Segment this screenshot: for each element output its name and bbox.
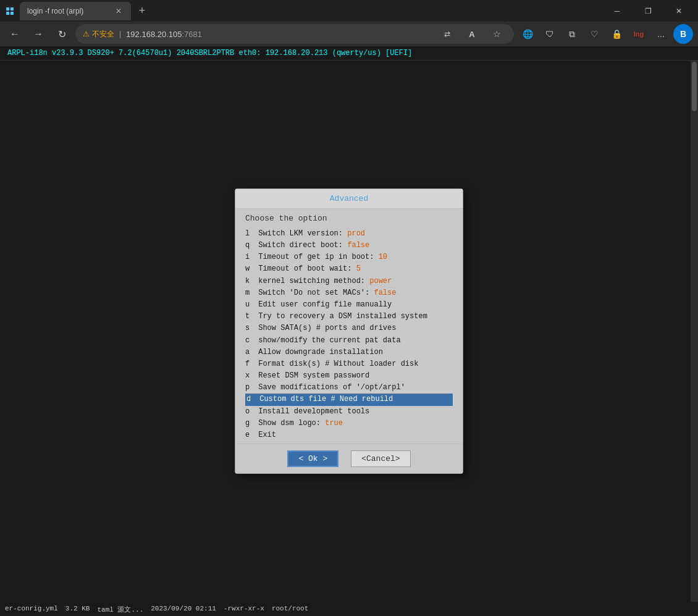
- ok-button[interactable]: < Ok >: [287, 450, 338, 467]
- maximize-button[interactable]: ❐: [634, 0, 662, 22]
- list-item[interactable]: w Timeout of boot wait: 5: [245, 263, 453, 275]
- item-key: i: [245, 251, 254, 263]
- list-item[interactable]: x Reset DSM system password: [245, 370, 453, 382]
- terminal-content: Advanced Choose the option l Switch LKM …: [0, 61, 691, 602]
- list-item[interactable]: t Try to recovery a DSM installed system: [245, 311, 453, 323]
- back-button[interactable]: ←: [5, 24, 25, 44]
- edge-browser-icon[interactable]: 🌐: [518, 24, 537, 44]
- item-key: l: [245, 228, 254, 240]
- list-item[interactable]: a Allow downgrade installation: [245, 347, 453, 358]
- item-text: Edit user config file manually: [254, 299, 453, 311]
- translate-icon[interactable]: ⇄: [437, 24, 457, 44]
- cancel-button[interactable]: <Cancel>: [351, 450, 410, 467]
- refresh-button[interactable]: ↻: [52, 24, 72, 44]
- extension-label[interactable]: Ing: [629, 24, 649, 44]
- title-bar: login -f root (arpl) ✕ + ─ ❐ ✕: [0, 0, 698, 22]
- bottom-status-bar: er-conrig.yml 3.2 KB taml 源文... 2023/09/…: [0, 602, 698, 616]
- item-text: show/modify the current pat data: [254, 335, 453, 347]
- favorites2-icon[interactable]: ♡: [584, 24, 604, 44]
- item-key: a: [245, 347, 254, 358]
- filename: er-conrig.yml: [5, 605, 58, 614]
- url-port: :7681: [182, 30, 203, 39]
- dialog-subtitle: Choose the option: [235, 209, 463, 226]
- tab-area: login -f root (arpl) ✕ +: [20, 2, 598, 20]
- split-screen-icon[interactable]: ⧉: [562, 24, 582, 44]
- list-item[interactable]: u Edit user config file manually: [245, 299, 453, 311]
- owner: root/root: [272, 605, 308, 614]
- shield-icon[interactable]: 🛡: [540, 24, 560, 44]
- list-item[interactable]: p Save modifications of '/opt/arpl': [245, 382, 453, 394]
- bing-logo[interactable]: B: [673, 24, 693, 44]
- list-item[interactable]: s Show SATA(s) # ports and drives: [245, 323, 453, 334]
- item-text: Try to recovery a DSM installed system: [254, 311, 453, 323]
- favorites-icon[interactable]: ☆: [487, 24, 507, 44]
- list-item[interactable]: m Switch 'Do not set MACs': false: [245, 287, 453, 299]
- list-item[interactable]: f Format disk(s) # Without loader disk: [245, 358, 453, 370]
- list-item[interactable]: o Install development tools: [245, 406, 453, 418]
- item-key: f: [245, 358, 254, 370]
- item-text: Timeout of get ip in boot: 10: [254, 251, 453, 263]
- nav-bar: ← → ↻ ⚠ 不安全 | 192.168.20.105:7681 ⇄ A ☆ …: [0, 22, 698, 46]
- url-separator: |: [119, 30, 121, 38]
- list-item[interactable]: c show/modify the current pat data: [245, 335, 453, 347]
- item-text: Allow downgrade installation: [254, 347, 453, 358]
- item-key: u: [245, 299, 254, 311]
- item-text: Reset DSM system password: [254, 370, 453, 382]
- window-controls: ─ ❐ ✕: [603, 0, 693, 22]
- window-icon: [5, 6, 15, 16]
- item-text: Show dsm logo: true: [254, 418, 453, 429]
- dialog-buttons: < Ok > <Cancel>: [235, 444, 463, 473]
- filesize: 3.2 KB: [65, 605, 90, 614]
- item-key: t: [245, 311, 254, 323]
- url-main: 192.168.20.105: [126, 30, 182, 39]
- item-text: Custom dts file # Need rebuild: [255, 394, 452, 405]
- font-size-icon[interactable]: A: [462, 24, 482, 44]
- item-value: true: [325, 419, 343, 428]
- security-warning: ⚠ 不安全: [83, 29, 114, 40]
- active-tab[interactable]: login -f root (arpl) ✕: [20, 2, 131, 20]
- advanced-dialog: Advanced Choose the option l Switch LKM …: [235, 188, 463, 474]
- item-text: Switch LKM version: prod: [254, 228, 453, 240]
- list-item[interactable]: e Exit: [245, 429, 453, 441]
- dialog-overlay: Advanced Choose the option l Switch LKM …: [0, 61, 698, 602]
- item-key: w: [245, 263, 254, 275]
- source: taml 源文...: [97, 605, 143, 614]
- list-item[interactable]: q Switch direct boot: false: [245, 240, 453, 251]
- item-value: 5: [356, 264, 361, 273]
- svg-rect-3: [11, 12, 14, 15]
- close-button[interactable]: ✕: [665, 0, 693, 22]
- item-text: Save modifications of '/opt/arpl': [254, 382, 453, 394]
- list-item[interactable]: l Switch LKM version: prod: [245, 228, 453, 240]
- security3-icon[interactable]: 🔒: [607, 24, 626, 44]
- item-text: Format disk(s) # Without loader disk: [254, 358, 453, 370]
- bottom-file-info: er-conrig.yml 3.2 KB taml 源文... 2023/09/…: [5, 605, 308, 614]
- tab-close-button[interactable]: ✕: [114, 6, 124, 16]
- item-value: 10: [379, 253, 387, 261]
- minimize-button[interactable]: ─: [603, 0, 631, 22]
- nav-icons: 🌐 🛡 ⧉ ♡ 🔒 Ing ... B: [518, 24, 693, 44]
- list-item[interactable]: k kernel switching method: power: [245, 276, 453, 287]
- new-tab-button[interactable]: +: [133, 2, 151, 20]
- item-text: Exit: [254, 429, 453, 441]
- list-item[interactable]: g Show dsm logo: true: [245, 418, 453, 429]
- item-key: x: [245, 370, 254, 382]
- permissions: -rwxr-xr-x: [224, 605, 264, 614]
- forward-button[interactable]: →: [28, 24, 48, 44]
- item-value: power: [369, 277, 392, 285]
- item-text: Switch 'Do not set MACs': false: [254, 287, 453, 299]
- tab-title: login -f root (arpl): [27, 7, 109, 15]
- item-text: Show SATA(s) # ports and drives: [254, 323, 453, 334]
- list-item[interactable]: i Timeout of get ip in boot: 10: [245, 251, 453, 263]
- item-key: k: [245, 276, 254, 287]
- item-text: Switch direct boot: false: [254, 240, 453, 251]
- more-options-button[interactable]: ...: [651, 24, 671, 44]
- warning-icon: ⚠: [83, 30, 90, 38]
- item-text: Install development tools: [254, 406, 453, 418]
- info-bar: ARPL-i18n v23.9.3 DS920+ 7.2(64570u1) 20…: [0, 46, 698, 61]
- address-bar[interactable]: ⚠ 不安全 | 192.168.20.105:7681 ⇄ A ☆: [75, 24, 514, 44]
- item-key: d: [246, 394, 255, 405]
- item-key: s: [245, 323, 254, 334]
- url-display: 192.168.20.105:7681: [126, 30, 432, 39]
- dialog-list: l Switch LKM version: prodq Switch direc…: [235, 226, 463, 444]
- list-item[interactable]: d Custom dts file # Need rebuild: [245, 394, 453, 405]
